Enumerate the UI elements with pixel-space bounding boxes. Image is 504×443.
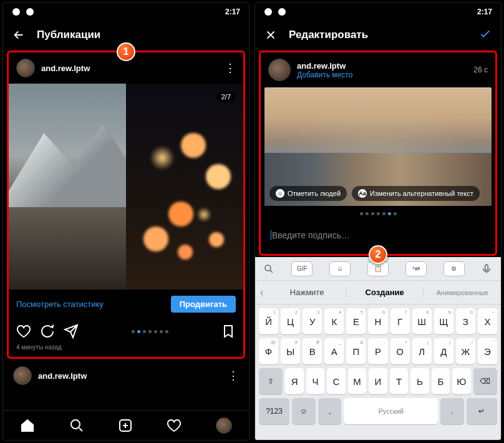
edit-image[interactable]: ☺Отметить людей AaИзменить альтернативны… — [264, 87, 492, 206]
key[interactable]: Ы# — [281, 338, 300, 364]
key[interactable]: Н6 — [368, 308, 387, 334]
key-space[interactable]: Русский — [344, 398, 438, 424]
settings-button[interactable]: ⚙ — [443, 261, 465, 276]
key[interactable]: Б — [432, 368, 450, 394]
tag-people-button[interactable]: ☺Отметить людей — [269, 186, 347, 201]
chevron-left-icon[interactable]: ‹ — [255, 287, 268, 298]
key-backspace[interactable]: ⌫ — [473, 368, 497, 394]
key[interactable]: И — [369, 368, 387, 394]
key[interactable]: М — [348, 368, 366, 394]
key[interactable]: Х~ — [478, 308, 497, 334]
key[interactable]: Ф@ — [259, 338, 278, 364]
stats-row: Посмотреть статистику Продвигать — [9, 290, 243, 319]
key[interactable]: У3 — [303, 308, 322, 334]
suggestion[interactable]: Нажмите — [268, 288, 346, 297]
add-location-link[interactable]: Добавить место — [297, 71, 467, 79]
key-numbers[interactable]: ?123 — [259, 398, 289, 424]
key-enter[interactable]: ↵ — [467, 398, 497, 424]
key[interactable]: Ц2 — [281, 308, 300, 334]
key[interactable]: Ш8 — [412, 308, 432, 334]
translate-button[interactable]: ᵃ⇄ — [405, 261, 427, 276]
post-timestamp: 4 минуты назад — [9, 344, 243, 357]
key[interactable]: Т — [390, 368, 408, 394]
key[interactable]: П& — [346, 338, 366, 364]
search-icon[interactable] — [69, 418, 84, 433]
key-period[interactable]: . — [440, 398, 464, 424]
home-icon[interactable] — [20, 418, 35, 433]
key[interactable]: Ю — [452, 368, 470, 394]
key[interactable]: Я — [285, 368, 303, 394]
username[interactable]: and.rew.lptw — [41, 64, 218, 73]
bottom-nav — [3, 410, 249, 440]
key[interactable]: Ь — [410, 368, 429, 394]
back-icon[interactable] — [12, 28, 26, 42]
promote-button[interactable]: Продвигать — [171, 296, 236, 313]
clock: 2:17 — [477, 7, 492, 16]
profile-avatar[interactable] — [216, 417, 232, 434]
view-stats-link[interactable]: Посмотреть статистику — [16, 299, 165, 309]
bookmark-icon[interactable] — [221, 324, 236, 339]
carousel-image-1 — [9, 84, 126, 290]
key[interactable]: Е5 — [346, 308, 366, 334]
key-shift[interactable]: ⇧ — [259, 368, 283, 394]
key-emoji[interactable]: ☺ — [292, 398, 316, 424]
key[interactable]: А_ — [324, 338, 344, 364]
svg-point-6 — [265, 265, 271, 271]
like-icon[interactable] — [16, 324, 31, 339]
key[interactable]: Ч — [306, 368, 324, 394]
header-title: Редактировать — [289, 29, 467, 41]
comment-icon[interactable] — [40, 324, 55, 339]
header-title: Публикации — [37, 29, 240, 41]
share-icon[interactable] — [64, 324, 79, 339]
key[interactable]: Г7 — [390, 308, 410, 334]
key[interactable]: Р- — [368, 338, 387, 364]
more-icon[interactable]: ⋮ — [225, 62, 236, 74]
activity-icon[interactable] — [167, 418, 182, 433]
username[interactable]: and.rew.lptw — [38, 371, 221, 381]
alt-text-icon: Aa — [358, 189, 367, 198]
svg-point-1 — [26, 8, 34, 16]
suggestion[interactable]: Создание — [346, 288, 424, 297]
kb-search-icon[interactable] — [263, 263, 274, 275]
keyboard: GIF ☺ 📋 ᵃ⇄ ⚙ ‹ Нажмите Создание Анимиров… — [255, 257, 501, 440]
svg-rect-7 — [485, 265, 488, 270]
post-actions — [9, 319, 243, 344]
key-comma[interactable]: , — [318, 398, 342, 424]
post-card: 1 and.rew.lptw ⋮ 2/7 Посмотреть статисти… — [7, 51, 245, 359]
avatar[interactable] — [13, 366, 32, 385]
more-icon[interactable]: ⋮ — [228, 370, 239, 381]
svg-point-0 — [12, 8, 20, 16]
key[interactable]: Й1 — [259, 308, 278, 334]
key[interactable]: Ж/ — [456, 338, 475, 364]
confirm-icon[interactable] — [478, 27, 492, 41]
key[interactable]: Л( — [412, 338, 432, 364]
clock: 2:17 — [225, 7, 240, 16]
new-post-icon[interactable] — [118, 418, 133, 433]
key[interactable]: Д) — [434, 338, 453, 364]
key[interactable]: Щ9 — [434, 308, 453, 334]
phone-left: 2:17 Публикации 1 and.rew.lptw ⋮ 2/7 Пос… — [2, 2, 250, 441]
avatar[interactable] — [268, 59, 291, 81]
post-age: 26 с — [473, 66, 488, 74]
key[interactable]: В₽ — [303, 338, 322, 364]
mic-icon[interactable] — [481, 263, 492, 275]
suggestion[interactable]: Анимированные — [424, 289, 501, 296]
key[interactable]: К4 — [324, 308, 344, 334]
viber-icon — [26, 7, 34, 16]
carousel-image-2 — [126, 84, 243, 290]
callout-badge-1: 1 — [117, 42, 135, 61]
viber-icon — [278, 7, 286, 16]
edit-header: and.rew.lptw Добавить место 26 с — [261, 52, 495, 87]
key[interactable]: З0 — [456, 308, 475, 334]
keyboard-suggestions: ‹ Нажмите Создание Анимированные — [255, 281, 501, 304]
close-icon[interactable] — [264, 28, 278, 42]
sticker-button[interactable]: ☺ — [329, 261, 351, 276]
avatar[interactable] — [16, 59, 35, 77]
svg-point-5 — [278, 8, 286, 16]
gif-button[interactable]: GIF — [291, 261, 313, 276]
edit-alt-text-button[interactable]: AaИзменить альтернативный текст — [352, 186, 480, 201]
image-carousel[interactable]: 2/7 — [9, 84, 243, 290]
key[interactable]: О+ — [390, 338, 410, 364]
key[interactable]: Э" — [478, 338, 497, 364]
key[interactable]: С — [327, 368, 345, 394]
